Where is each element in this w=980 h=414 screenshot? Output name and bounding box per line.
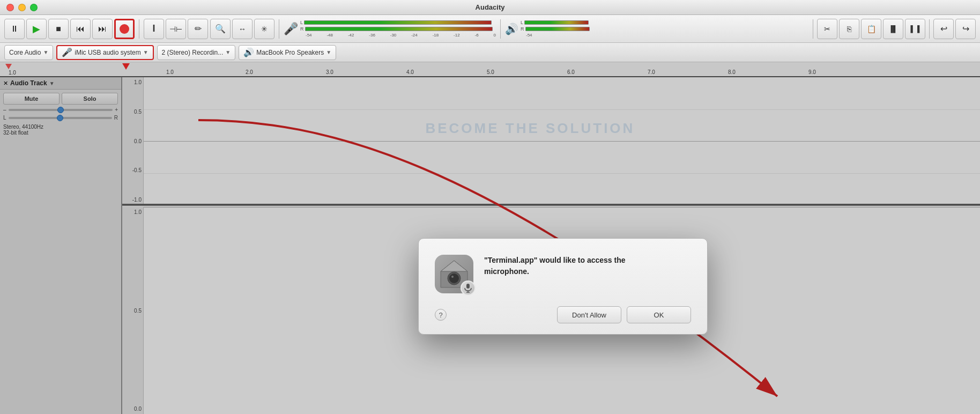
- channels-select[interactable]: 2 (Stereo) Recordin... ▼: [157, 45, 236, 60]
- dont-allow-button[interactable]: Don't Allow: [557, 306, 621, 323]
- svg-rect-5: [466, 284, 470, 289]
- svg-point-3: [449, 273, 459, 283]
- copy-button[interactable]: ⎘: [839, 19, 859, 39]
- zoom-tools: 🔍 ↔ ✳: [210, 19, 274, 39]
- window-controls: [6, 4, 38, 11]
- dialog-message: "Terminal.app" would like to access the …: [484, 255, 691, 277]
- dialog-text: "Terminal.app" would like to access the …: [484, 255, 691, 277]
- pause-button[interactable]: ⏸: [4, 19, 25, 39]
- play-button[interactable]: ▶: [26, 19, 47, 39]
- record-dot-icon: [120, 24, 129, 34]
- chevron-down-icon-2: ▼: [143, 49, 149, 55]
- stop-button[interactable]: ■: [48, 19, 69, 39]
- ruler-marks: 1.0 2.0 3.0 4.0 5.0 6.0 7.0 8.0 9.0: [123, 62, 980, 76]
- dialog-overlay: "Terminal.app" would like to access the …: [0, 77, 980, 414]
- output-meter-icon: 🔊: [505, 23, 518, 35]
- ruler-start-label: 1.0: [9, 70, 16, 76]
- toolbar-right: ✂ ⎘ 📋 ▐▌ ▌▐ ↩ ↪: [811, 19, 976, 39]
- mic-badge-icon: [461, 280, 476, 295]
- edit-tools: I ⊣⊢ ✏: [144, 19, 208, 39]
- skip-fwd-button[interactable]: ⏭: [92, 19, 113, 39]
- svg-point-4: [451, 276, 454, 278]
- zoom-tool-button[interactable]: 🔍: [210, 19, 231, 39]
- permission-dialog: "Terminal.app" would like to access the …: [418, 238, 708, 335]
- mic-badge-svg: [463, 283, 473, 293]
- dialog-footer: ? Don't Allow OK: [435, 306, 691, 323]
- minimize-button[interactable]: [18, 4, 26, 11]
- timeline-ruler: 1.0 1.0 2.0 3.0 4.0 5.0 6.0 7.0 8.0 9.0: [0, 62, 980, 77]
- app-title: Audacity: [476, 3, 505, 11]
- envelope-tool-button[interactable]: ⊣⊢: [166, 19, 186, 39]
- playback-start-marker: [5, 64, 12, 69]
- record-button[interactable]: [114, 19, 135, 39]
- svg-marker-1: [441, 261, 467, 271]
- chevron-down-icon: ▼: [43, 49, 48, 55]
- audio-host-select[interactable]: Core Audio ▼: [4, 45, 53, 60]
- divider-5: [929, 19, 930, 39]
- main-toolbar: ⏸ ▶ ■ ⏮ ⏭ I ⊣⊢ ✏ 🔍 ↔ ✳ 🎤 L R -54-48-42-3…: [0, 15, 980, 43]
- draw-tool-button[interactable]: ✏: [188, 19, 208, 39]
- maximize-button[interactable]: [30, 4, 38, 11]
- main-area: ✕ Audio Track ▼ Mute Solo – + L: [0, 77, 980, 414]
- title-bar: Audacity: [0, 0, 980, 15]
- speaker-select-icon: 🔊: [243, 47, 254, 57]
- skip-back-button[interactable]: ⏮: [70, 19, 91, 39]
- chevron-down-icon-3: ▼: [225, 49, 231, 55]
- help-button[interactable]: ?: [435, 309, 447, 321]
- redo-button[interactable]: ↪: [955, 19, 976, 39]
- mic-select-icon: 🎤: [62, 47, 72, 57]
- device-toolbar: Core Audio ▼ 🎤 iMic USB audio system ▼ 2…: [0, 43, 980, 62]
- divider-4: [813, 19, 813, 39]
- silence-button[interactable]: ▌▐: [905, 19, 925, 39]
- mic-device-select[interactable]: 🎤 iMic USB audio system ▼: [56, 45, 153, 60]
- output-device-select[interactable]: 🔊 MacBook Pro Speakers ▼: [239, 45, 336, 60]
- ok-button[interactable]: OK: [627, 306, 691, 323]
- close-button[interactable]: [6, 4, 14, 11]
- transport-controls: ⏸ ▶ ■ ⏮ ⏭: [4, 19, 135, 39]
- cut-button[interactable]: ✂: [817, 19, 837, 39]
- mic-icon: 🎤: [284, 22, 298, 36]
- dialog-content: "Terminal.app" would like to access the …: [435, 255, 691, 293]
- divider-2: [279, 19, 279, 39]
- zoom-fit-button[interactable]: ↔: [232, 19, 253, 39]
- multi-tool-button[interactable]: ✳: [254, 19, 274, 39]
- undo-button[interactable]: ↩: [933, 19, 954, 39]
- input-meter: L R -54-48-42-36-30-24-18-12-60: [300, 20, 496, 38]
- paste-button[interactable]: 📋: [861, 19, 881, 39]
- trim-button[interactable]: ▐▌: [883, 19, 903, 39]
- divider-1: [139, 19, 139, 39]
- output-meter: L R -54: [521, 20, 593, 38]
- dialog-icon-container: [435, 255, 473, 293]
- chevron-down-icon-4: ▼: [326, 49, 331, 55]
- text-tool-button[interactable]: I: [144, 19, 164, 39]
- divider-3: [500, 19, 501, 39]
- dialog-buttons: Don't Allow OK: [557, 306, 691, 323]
